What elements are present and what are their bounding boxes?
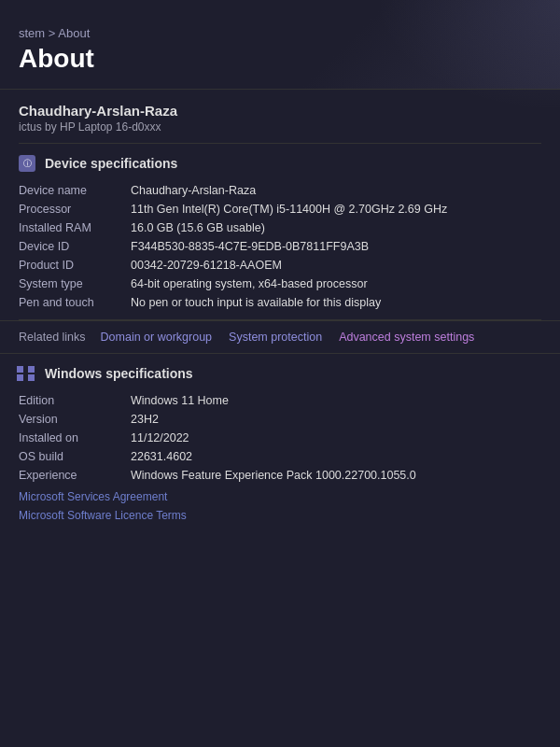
spec-label: Pen and touch	[19, 293, 131, 312]
spec-value: 00342-20729-61218-AAOEM	[131, 256, 541, 275]
table-row: Device IDF344B530-8835-4C7E-9EDB-0B7811F…	[19, 237, 541, 256]
spec-label: Processor	[19, 200, 131, 218]
windows-specs-title: Windows specifications	[45, 366, 193, 381]
device-specs-icon: ⓘ	[19, 155, 35, 172]
related-links-label: Related links	[19, 331, 86, 344]
page-header: stem > About About	[0, 0, 560, 90]
table-row: Product ID00342-20729-61218-AAOEM	[19, 256, 541, 275]
spec-value: 64-bit operating system, x64-based proce…	[131, 275, 541, 293]
spec-label: Product ID	[19, 256, 131, 275]
spec-value: 22631.4602	[131, 447, 541, 466]
table-row: EditionWindows 11 Home	[19, 391, 541, 410]
spec-value: 16.0 GB (15.6 GB usable)	[131, 218, 541, 237]
table-row: Pen and touchNo pen or touch input is av…	[19, 293, 541, 312]
spec-value: 23H2	[131, 410, 541, 429]
spec-value: No pen or touch input is available for t…	[131, 293, 541, 312]
device-specs-section: ⓘ Device specifications Device nameChaud…	[0, 144, 560, 319]
table-row: Device nameChaudhary-Arslan-Raza	[19, 181, 541, 200]
windows-specs-table: EditionWindows 11 HomeVersion23H2Install…	[19, 391, 541, 485]
spec-label: Version	[19, 410, 131, 429]
ms-link-0[interactable]: Microsoft Services Agreement	[19, 490, 541, 503]
breadcrumb-separator: >	[49, 26, 59, 40]
device-header: Chaudhary-Arslan-Raza ictus by HP Laptop…	[0, 90, 560, 143]
spec-value: Windows Feature Experience Pack 1000.227…	[131, 466, 541, 485]
table-row: Installed on11/12/2022	[19, 429, 541, 447]
ms-link-1[interactable]: Microsoft Software Licence Terms	[19, 509, 541, 522]
spec-label: OS build	[19, 447, 131, 466]
spec-label: Device name	[19, 181, 131, 200]
spec-value: F344B530-8835-4C7E-9EDB-0B7811FF9A3B	[131, 237, 541, 256]
device-subtitle: ictus by HP Laptop 16-d0xxx	[19, 120, 541, 134]
related-link-domain[interactable]: Domain or workgroup	[101, 331, 213, 344]
windows-specs-section: Windows specifications EditionWindows 11…	[0, 354, 560, 529]
table-row: OS build22631.4602	[19, 447, 541, 466]
table-row: Installed RAM16.0 GB (15.6 GB usable)	[19, 218, 541, 237]
spec-value: Windows 11 Home	[131, 391, 541, 410]
windows-specs-title-row: Windows specifications	[19, 365, 541, 382]
related-links-bar: Related links Domain or workgroup System…	[0, 320, 560, 354]
spec-label: Experience	[19, 466, 131, 485]
table-row: Version23H2	[19, 410, 541, 429]
ms-links-container: Microsoft Services AgreementMicrosoft So…	[19, 490, 541, 522]
spec-value: 11/12/2022	[131, 429, 541, 447]
related-link-system-protection[interactable]: System protection	[229, 331, 322, 344]
spec-label: System type	[19, 275, 131, 293]
breadcrumb: stem > About	[19, 26, 541, 40]
table-row: ExperienceWindows Feature Experience Pac…	[19, 466, 541, 485]
device-specs-title-row: ⓘ Device specifications	[19, 155, 541, 172]
spec-value: 11th Gen Intel(R) Core(TM) i5-11400H @ 2…	[131, 200, 541, 218]
device-specs-table: Device nameChaudhary-Arslan-RazaProcesso…	[19, 181, 541, 312]
related-link-advanced[interactable]: Advanced system settings	[339, 331, 474, 344]
table-row: System type64-bit operating system, x64-…	[19, 275, 541, 293]
spec-label: Installed RAM	[19, 218, 131, 237]
page-title: About	[19, 44, 541, 74]
table-row: Processor11th Gen Intel(R) Core(TM) i5-1…	[19, 200, 541, 218]
windows-icon	[19, 365, 35, 382]
device-name: Chaudhary-Arslan-Raza	[19, 103, 541, 119]
breadcrumb-parent: stem	[19, 26, 45, 40]
breadcrumb-current: About	[58, 26, 90, 40]
spec-label: Edition	[19, 391, 131, 410]
spec-value: Chaudhary-Arslan-Raza	[131, 181, 541, 200]
device-specs-title: Device specifications	[45, 156, 177, 171]
spec-label: Installed on	[19, 429, 131, 447]
spec-label: Device ID	[19, 237, 131, 256]
